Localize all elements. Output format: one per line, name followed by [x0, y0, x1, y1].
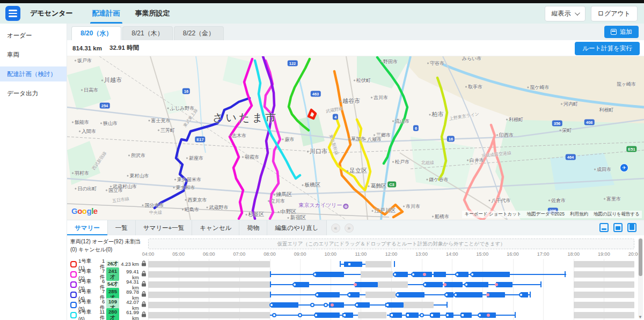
date-tab[interactable]: 8/21（木）	[122, 26, 172, 40]
stop-marker-circle[interactable]	[393, 272, 397, 277]
map-attr-item[interactable]: 利用規約	[570, 211, 588, 218]
date-tab[interactable]: 8/22（金）	[174, 26, 224, 40]
stop-marker-circle[interactable]	[453, 293, 458, 297]
work-segment[interactable]	[315, 312, 339, 318]
work-segment[interactable]	[397, 292, 425, 297]
stop-marker-tick[interactable]	[515, 312, 516, 318]
stop-marker-pink[interactable]	[443, 283, 447, 286]
run-route-calc-button[interactable]: ルート計算を実行	[575, 42, 640, 55]
lock-icon[interactable]	[141, 281, 147, 287]
stop-marker-tick[interactable]	[340, 261, 341, 267]
vehicle-lock[interactable]	[141, 271, 147, 278]
stop-marker-square[interactable]	[390, 313, 394, 317]
work-segment[interactable]	[466, 282, 488, 287]
lock-icon[interactable]	[141, 291, 147, 297]
panel-tab[interactable]: 編集のやり直し	[267, 220, 327, 235]
panel-tab[interactable]: サマリー+一覧	[135, 220, 193, 235]
scrollbar-thumb[interactable]	[639, 239, 642, 276]
stop-marker-circle[interactable]	[444, 293, 449, 297]
stop-marker-circle[interactable]	[298, 313, 302, 317]
gantt-lane[interactable]	[148, 269, 634, 279]
work-segment[interactable]	[317, 292, 339, 297]
staging-area-dropzone[interactable]: 仮置エリア（このエリアにドラッグ＆ドロップするとルート計算の対象から外すことがで…	[148, 239, 634, 249]
vehicle-lock[interactable]	[141, 261, 147, 267]
stop-marker-circle[interactable]	[313, 272, 317, 277]
stop-marker-circle[interactable]	[478, 313, 482, 317]
work-segment[interactable]	[271, 302, 298, 308]
stop-marker-circle[interactable]	[519, 293, 523, 297]
stop-marker-pink[interactable]	[495, 283, 498, 286]
stop-marker-pink[interactable]	[486, 293, 489, 296]
work-segment[interactable]	[444, 282, 463, 287]
gantt-lane[interactable]	[148, 300, 634, 310]
stop-marker-square[interactable]	[430, 313, 434, 317]
top-nav-tab-配達計画[interactable]: 配達計画	[85, 3, 128, 24]
stop-marker-tick[interactable]	[530, 292, 531, 297]
stop-marker-pink[interactable]	[423, 273, 426, 276]
stop-marker-square[interactable]	[406, 313, 410, 317]
stop-marker-pink[interactable]	[354, 283, 357, 286]
stop-marker-tick[interactable]	[565, 271, 566, 277]
stop-marker-square[interactable]	[460, 313, 465, 317]
panel-tab[interactable]: 荷物	[239, 220, 267, 235]
redo-button[interactable]: »	[345, 224, 354, 233]
vehicle-lock[interactable]	[141, 291, 147, 298]
stop-marker-circle[interactable]	[292, 282, 297, 287]
stop-marker-circle[interactable]	[470, 272, 474, 277]
stop-marker-circle[interactable]	[269, 303, 274, 307]
sidebar-item[interactable]: 配達計画（検討）	[0, 66, 67, 81]
work-segment[interactable]	[487, 292, 505, 297]
stop-marker-square[interactable]	[342, 313, 347, 317]
stop-marker-square[interactable]	[385, 303, 390, 307]
stop-marker-circle[interactable]	[445, 313, 450, 317]
stop-marker-tick[interactable]	[270, 292, 271, 297]
work-segment[interactable]	[455, 292, 482, 297]
stop-marker-tick[interactable]	[447, 302, 448, 308]
add-date-button[interactable]: 追加	[604, 26, 639, 38]
undo-button[interactable]: «	[331, 224, 340, 233]
view-mode-dropdown[interactable]: 縦表示	[545, 6, 586, 21]
lock-icon[interactable]	[141, 311, 147, 317]
stop-marker-circle[interactable]	[396, 293, 400, 297]
vehicle-lock[interactable]	[141, 311, 147, 318]
stop-marker-circle[interactable]	[411, 272, 415, 277]
sidebar-item[interactable]: 車両	[0, 47, 67, 62]
stop-marker-square[interactable]	[347, 262, 352, 266]
gantt-lane[interactable]	[148, 259, 634, 269]
sidebar-item[interactable]: データ出力	[0, 86, 67, 101]
stop-marker-tick[interactable]	[270, 281, 271, 287]
gantt-lane[interactable]	[148, 310, 634, 320]
stop-marker-circle[interactable]	[420, 313, 424, 317]
stop-marker-circle[interactable]	[355, 303, 359, 307]
map-attr-item[interactable]: 地図の誤りを報告する	[594, 211, 640, 218]
panel-small-button[interactable]	[599, 223, 609, 232]
work-segment[interactable]	[434, 272, 446, 277]
stop-marker-circle[interactable]	[455, 272, 459, 277]
gantt-lane[interactable]	[148, 289, 634, 300]
panel-full-button[interactable]	[627, 223, 636, 232]
stop-marker-tick[interactable]	[270, 271, 271, 277]
stop-marker-circle[interactable]	[315, 293, 319, 297]
panel-half-button[interactable]	[613, 223, 623, 232]
lock-icon[interactable]	[141, 261, 147, 266]
vehicle-lock[interactable]	[141, 301, 147, 308]
date-tab[interactable]: 8/20（水）	[71, 26, 121, 40]
menu-icon[interactable]	[5, 6, 20, 21]
top-nav-tab-事業所設定[interactable]: 事業所設定	[128, 3, 178, 24]
map-attr-item[interactable]: 地図データ ©2025	[527, 211, 565, 218]
stop-marker-circle[interactable]	[314, 313, 318, 317]
work-segment[interactable]	[355, 282, 377, 287]
lock-icon[interactable]	[141, 271, 147, 277]
stop-marker-pink[interactable]	[487, 314, 490, 317]
stop-marker-circle[interactable]	[464, 282, 469, 287]
panel-tab[interactable]: キャンセル	[192, 220, 239, 235]
work-segment[interactable]	[315, 272, 344, 277]
logout-button[interactable]: ログアウト	[591, 6, 638, 21]
work-segment[interactable]	[413, 272, 433, 277]
stop-marker-circle[interactable]	[347, 293, 352, 297]
vehicle-lock[interactable]	[141, 281, 147, 288]
panel-tab[interactable]: 一覧	[107, 220, 136, 235]
route-map[interactable]: 川越市坂戸市日高市入間市飯能市狭山市所沢市羽村市東村山市武蔵村山市東久留米市東大…	[67, 56, 644, 220]
work-segment[interactable]	[472, 272, 510, 277]
map-attr-item[interactable]: キーボード ショートカット	[464, 211, 521, 218]
